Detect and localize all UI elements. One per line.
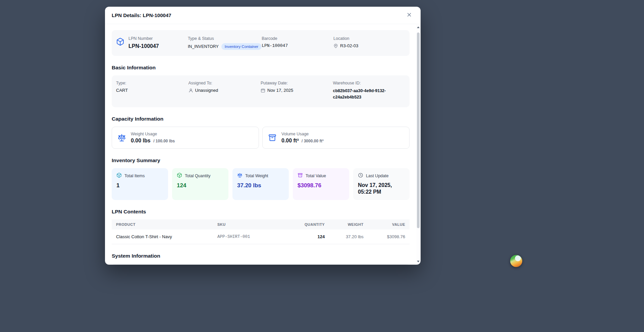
- column-header-value: VALUE: [368, 219, 410, 229]
- scale-icon: [237, 173, 243, 179]
- package-icon: [116, 38, 124, 46]
- total-value-label: Total Value: [306, 174, 326, 178]
- inventory-summary-cards: Total Items 1 Total Quantity 124: [112, 168, 410, 200]
- scroll-down-arrow-icon[interactable]: [417, 261, 420, 262]
- barcode-block: Barcode LPN-100047: [262, 36, 333, 50]
- capacity-information-heading: Capacity Information: [112, 116, 410, 122]
- user-icon: [189, 88, 193, 93]
- system-information-card: Created: Nov 17, 2025 Last Updated: Nov …: [112, 264, 410, 265]
- volume-usage-limit: / 3000.00 ft³: [302, 139, 323, 143]
- total-quantity-card: Total Quantity 124: [172, 168, 228, 200]
- column-header-product: PRODUCT: [112, 219, 213, 229]
- contents-table-header-row: PRODUCT SKU QUANTITY WEIGHT VALUE: [112, 219, 410, 229]
- total-value-value: $3098.76: [298, 182, 344, 189]
- location-block: Location R3-02-03: [333, 36, 405, 50]
- floating-brand-icon[interactable]: [510, 255, 522, 267]
- inventory-summary-heading: Inventory Summary: [112, 157, 410, 163]
- total-items-value: 1: [116, 182, 163, 189]
- volume-usage-value: 0.00 ft³: [281, 138, 299, 143]
- container-icon: [268, 133, 277, 142]
- last-update-label: Last Update: [366, 174, 388, 178]
- system-information-heading: System Information: [112, 253, 410, 259]
- assigned-to-field: Assigned To: Unassigned: [189, 81, 261, 101]
- volume-usage-card: Volume Usage 0.00 ft³ / 3000.00 ft³: [262, 127, 410, 149]
- scrollbar-thumb[interactable]: [417, 32, 420, 228]
- column-header-sku: SKU: [213, 219, 300, 229]
- weight-usage-limit: / 100.00 lbs: [153, 139, 175, 143]
- location-value: R3-02-03: [340, 43, 358, 48]
- total-items-card: Total Items 1: [112, 168, 168, 200]
- lpn-contents-heading: LPN Contents: [112, 209, 410, 215]
- package-icon: [116, 173, 122, 179]
- modal-scrollbar[interactable]: [416, 24, 420, 264]
- lpn-number-block: LPN Number LPN-100047: [116, 36, 188, 50]
- last-update-value: Nov 17, 2025, 05:22 PM: [358, 182, 405, 196]
- cell-sku: APP-SHIRT-001: [213, 229, 300, 244]
- cell-quantity: 124: [299, 229, 329, 244]
- barcode-value: LPN-100047: [262, 43, 333, 48]
- weight-usage-card: Weight Usage 0.00 lbs / 100.00 lbs: [112, 127, 259, 149]
- type-field: Type: CART: [116, 81, 189, 101]
- assigned-to-label: Assigned To:: [189, 81, 261, 85]
- total-weight-value: 37.20 lbs: [237, 182, 284, 189]
- modal-title: LPN Details: LPN-100047: [112, 12, 171, 18]
- modal-header: LPN Details: LPN-100047: [105, 7, 421, 24]
- total-quantity-label: Total Quantity: [185, 174, 210, 178]
- putaway-date-value: Nov 17, 2025: [267, 88, 293, 93]
- cell-weight: 37.20 lbs: [329, 229, 368, 244]
- table-row: Classic Cotton T-Shirt - Navy APP-SHIRT-…: [112, 229, 410, 244]
- type-value: CART: [116, 88, 189, 93]
- scroll-up-arrow-icon[interactable]: [417, 26, 420, 28]
- barcode-label: Barcode: [262, 36, 333, 41]
- status-value: IN_INVENTORY: [188, 44, 219, 49]
- lpn-number-value: LPN-100047: [128, 43, 159, 49]
- column-header-quantity: QUANTITY: [299, 219, 329, 229]
- assigned-to-value: Unassigned: [195, 88, 218, 93]
- map-pin-icon: [333, 44, 338, 48]
- cell-value: $3098.76: [368, 229, 410, 244]
- warehouse-id-field: Warehouse ID: cb82b037-aa30-4e9d-9132-c2…: [333, 81, 406, 101]
- scale-icon: [117, 133, 126, 142]
- close-button[interactable]: [405, 11, 414, 20]
- total-weight-card: Total Weight 37.20 lbs: [232, 168, 289, 200]
- close-icon: [406, 12, 412, 19]
- type-status-block: Type & Status IN_INVENTORY Inventory Con…: [188, 36, 262, 50]
- warehouse-id-label: Warehouse ID:: [333, 81, 406, 85]
- lpn-details-modal: LPN Details: LPN-100047 LPN Number LPN-1…: [105, 7, 421, 265]
- type-status-label: Type & Status: [188, 36, 262, 41]
- cell-product: Classic Cotton T-Shirt - Navy: [112, 229, 213, 244]
- total-quantity-value: 124: [177, 182, 224, 189]
- clock-icon: [358, 173, 363, 179]
- lpn-number-label: LPN Number: [128, 36, 159, 41]
- putaway-date-label: Putaway Date:: [261, 81, 333, 85]
- total-value-card: Total Value $3098.76: [293, 168, 349, 200]
- weight-usage-label: Weight Usage: [131, 132, 175, 136]
- basic-information-heading: Basic Information: [112, 65, 410, 71]
- location-label: Location: [333, 36, 405, 41]
- container-icon: [298, 173, 303, 179]
- package-icon: [177, 173, 182, 179]
- lpn-summary-card: LPN Number LPN-100047 Type & Status IN_I…: [112, 30, 410, 56]
- warehouse-id-value: cb82b037-aa30-4e9d-9132-c24a2eb4b523: [333, 88, 406, 101]
- capacity-cards: Weight Usage 0.00 lbs / 100.00 lbs Volum…: [112, 127, 410, 149]
- modal-body: LPN Number LPN-100047 Type & Status IN_I…: [105, 24, 416, 265]
- weight-usage-value: 0.00 lbs: [131, 138, 151, 143]
- contents-table: PRODUCT SKU QUANTITY WEIGHT VALUE Classi…: [112, 219, 410, 244]
- last-update-card: Last Update Nov 17, 2025, 05:22 PM: [353, 168, 410, 200]
- volume-usage-label: Volume Usage: [281, 132, 323, 136]
- calendar-icon: [261, 88, 265, 93]
- basic-information-card: Type: CART Assigned To: Unassigned Putaw…: [112, 75, 410, 107]
- total-weight-label: Total Weight: [245, 174, 268, 178]
- putaway-date-field: Putaway Date: Nov 17, 2025: [261, 81, 333, 101]
- container-type-badge: Inventory Container: [221, 43, 262, 50]
- type-label: Type:: [116, 81, 189, 85]
- column-header-weight: WEIGHT: [329, 219, 368, 229]
- total-items-label: Total Items: [124, 174, 145, 178]
